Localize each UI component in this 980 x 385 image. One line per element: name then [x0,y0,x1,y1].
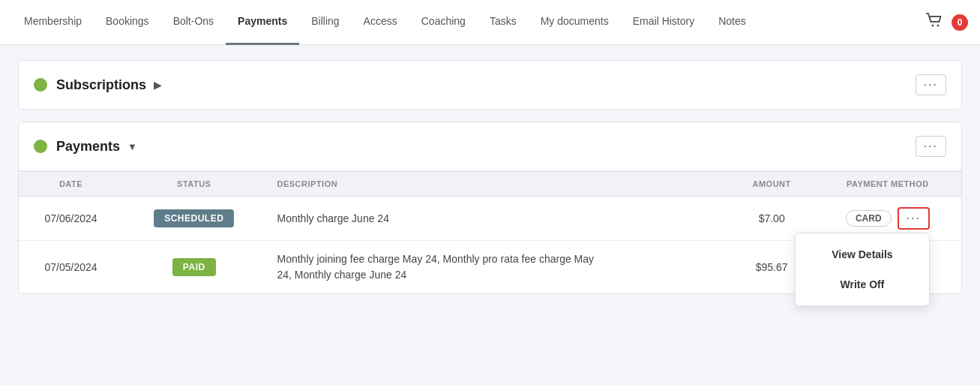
subscriptions-status-dot [34,78,47,92]
dropdown-item-view-details[interactable]: View Details [796,239,929,269]
nav-item-notes[interactable]: Notes [706,0,758,45]
card-badge: CARD [846,210,892,227]
subscriptions-header: Subscriptions ▶ ··· [19,61,961,109]
cell-date: 07/05/2024 [19,241,123,294]
svg-point-1 [937,24,940,26]
subscriptions-title: Subscriptions ▶ [56,77,161,93]
payments-header: Payments ▼ ··· [19,122,961,171]
cart-badge: 0 [952,14,968,31]
nav-item-billing[interactable]: Billing [299,0,351,45]
payments-toggle-icon[interactable]: ▼ [127,141,137,152]
payments-title: Payments ▼ [56,139,137,155]
nav-item-tasks[interactable]: Tasks [478,0,529,45]
col-header-status: STATUS [123,172,265,197]
payments-status-dot [34,140,47,153]
cell-description: Monthly charge June 24 [265,197,730,241]
payments-card: Payments ▼ ··· DATE STATUS DESCRIPTION A… [18,122,962,294]
cart-area: 0 [925,11,968,35]
nav-item-access[interactable]: Access [352,0,409,45]
dropdown-item-write-off[interactable]: Write Off [796,269,929,299]
row-action-button[interactable]: ··· [898,207,930,230]
nav-item-coaching[interactable]: Coaching [409,0,478,45]
subscriptions-toggle-icon[interactable]: ▶ [154,80,161,91]
cell-status: SCHEDULED [123,197,265,241]
col-header-date: DATE [19,172,123,197]
nav-item-bookings[interactable]: Bookings [94,0,161,45]
table-row: 07/06/2024 SCHEDULED Monthly charge June… [19,197,961,241]
payments-menu-button[interactable]: ··· [916,136,946,157]
svg-point-0 [932,24,934,26]
dropdown-menu: View Details Write Off [795,233,930,306]
nav-item-payments[interactable]: Payments [226,0,299,45]
nav-bar: Membership Bookings Bolt-Ons Payments Bi… [0,0,980,45]
subscriptions-menu-button[interactable]: ··· [916,74,946,95]
cell-description: Monthly joining fee charge May 24, Month… [265,241,730,294]
action-btn-wrapper: ··· View Details Write Off [898,207,930,230]
nav-item-my-documents[interactable]: My documents [529,0,621,45]
cell-date: 07/06/2024 [19,197,123,241]
nav-item-membership[interactable]: Membership [12,0,94,45]
cell-status: PAID [123,241,265,294]
cart-icon[interactable] [925,11,944,35]
status-badge-scheduled: SCHEDULED [154,209,234,227]
subscriptions-card: Subscriptions ▶ ··· [18,60,962,110]
col-header-amount: AMOUNT [729,172,814,197]
nav-item-email-history[interactable]: Email History [621,0,706,45]
main-content: Subscriptions ▶ ··· Payments ▼ ··· DATE … [0,45,980,321]
status-badge-paid: PAID [172,258,216,276]
col-header-description: DESCRIPTION [265,172,730,197]
payments-table: DATE STATUS DESCRIPTION AMOUNT PAYMENT M… [19,171,961,293]
col-header-payment-method: PAYMENT METHOD [814,172,961,197]
cell-payment-method: CARD ··· View Details Write Off [814,197,961,241]
nav-item-bolt-ons[interactable]: Bolt-Ons [161,0,226,45]
